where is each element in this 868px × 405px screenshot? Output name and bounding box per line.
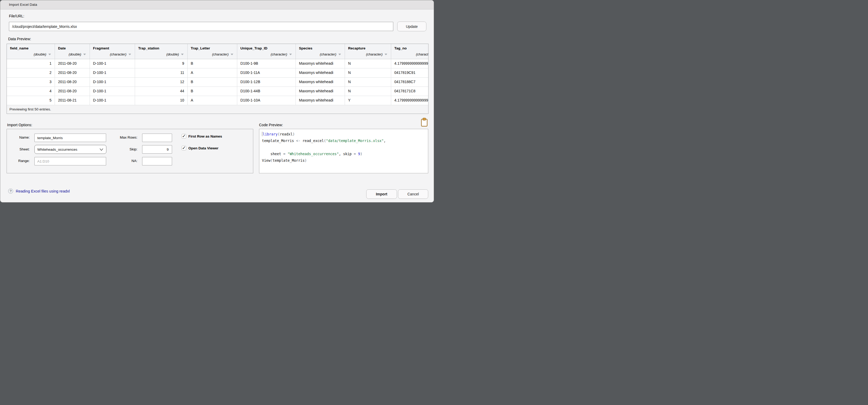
- cell-Trap_Letter: A: [188, 68, 237, 77]
- first-row-as-names-label: First Row as Names: [188, 135, 222, 138]
- cell-Trap_station: 11: [135, 68, 188, 77]
- max-rows-input[interactable]: [142, 134, 172, 142]
- skip-input[interactable]: [142, 145, 172, 153]
- code-line: sheet = "Whiteheads_occurrences", skip =…: [262, 151, 428, 157]
- column-header-Recapture[interactable]: Recapture(character): [345, 44, 391, 59]
- column-type: (character): [212, 52, 228, 56]
- cell-field_name: 3: [7, 78, 55, 87]
- column-name: Fragment: [93, 46, 132, 50]
- range-label: Range:: [11, 159, 30, 163]
- cell-Unique_Trap_ID: D100-1-12B: [237, 78, 296, 87]
- cell-Trap_station: 12: [135, 78, 188, 87]
- code-line: View(template_Morris): [262, 157, 428, 164]
- cell-field_name: 5: [7, 96, 55, 105]
- cell-Tag_no: 4.1799999999999999: [391, 59, 429, 68]
- column-header-Tag_no[interactable]: Tag_no(character): [391, 44, 429, 59]
- column-header-Unique_Trap_ID[interactable]: Unique_Trap_ID(character): [237, 44, 296, 59]
- sort-menu-icon[interactable]: [384, 54, 387, 55]
- na-label: NA:: [114, 159, 137, 163]
- cell-Trap_Letter: B: [188, 78, 237, 87]
- cell-Trap_station: 9: [135, 59, 188, 68]
- update-button[interactable]: Update: [397, 22, 426, 31]
- max-rows-label: Max Rows:: [114, 136, 137, 139]
- copy-code-clipboard-icon[interactable]: [421, 118, 428, 127]
- cell-Date: 2011-08-20: [55, 59, 90, 68]
- cell-Species: Maxomys whiteheadi: [296, 68, 345, 77]
- column-name: Recapture: [348, 46, 388, 50]
- column-name: Species: [299, 46, 342, 50]
- cell-Unique_Trap_ID: D100-1-10A: [237, 96, 296, 105]
- cell-field_name: 4: [7, 87, 55, 96]
- column-type: (character): [416, 52, 429, 56]
- cell-Date: 2011-08-20: [55, 68, 90, 77]
- code-preview: library(readxl)template_Morris <- read_e…: [259, 129, 428, 173]
- open-data-viewer-checkbox[interactable]: ✓: [182, 146, 186, 150]
- cell-Fragment: D-100-1: [90, 59, 135, 68]
- cell-Species: Maxomys whiteheadi: [296, 96, 345, 105]
- column-header-Fragment[interactable]: Fragment(character): [90, 44, 135, 59]
- sort-menu-icon[interactable]: [181, 54, 184, 55]
- cell-Date: 2011-08-21: [55, 96, 90, 105]
- cell-Recapture: Y: [345, 96, 391, 105]
- column-name: Trap_station: [138, 46, 184, 50]
- cell-field_name: 1: [7, 59, 55, 68]
- na-input[interactable]: [142, 157, 172, 166]
- sort-menu-icon[interactable]: [231, 54, 233, 55]
- cell-Fragment: D-100-1: [90, 68, 135, 77]
- column-type: (character): [110, 52, 126, 56]
- column-name: Tag_no: [394, 46, 429, 50]
- sheet-select[interactable]: Whiteheads_occurrences: [34, 145, 106, 154]
- help-link-text: Reading Excel files using readxl: [16, 189, 70, 193]
- sort-menu-icon[interactable]: [289, 54, 292, 55]
- open-data-viewer-label: Open Data Viewer: [188, 146, 219, 150]
- first-row-as-names-option[interactable]: ✓ First Row as Names: [182, 134, 222, 139]
- column-header-Trap_station[interactable]: Trap_station(double): [135, 44, 188, 59]
- cell-Trap_Letter: A: [188, 96, 237, 105]
- cell-Trap_station: 10: [135, 96, 188, 105]
- sort-menu-icon[interactable]: [338, 54, 341, 55]
- column-type: (double): [166, 52, 179, 56]
- sort-menu-icon[interactable]: [83, 54, 86, 55]
- cell-Fragment: D-100-1: [90, 87, 135, 96]
- file-url-input[interactable]: [9, 22, 393, 31]
- column-header-field_name[interactable]: field_name(double): [7, 44, 55, 59]
- cell-Tag_no: 04178188C7: [391, 78, 429, 87]
- skip-label: Skip:: [114, 147, 137, 151]
- table-row: 32011-08-20D-100-112BD100-1-12BMaxomys w…: [7, 78, 428, 87]
- cell-Date: 2011-08-20: [55, 78, 90, 87]
- cell-field_name: 2: [7, 68, 55, 77]
- column-type: (double): [34, 52, 46, 56]
- open-data-viewer-option[interactable]: ✓ Open Data Viewer: [182, 146, 219, 150]
- table-row: 12011-08-20D-100-19BD100-1-9BMaxomys whi…: [7, 59, 428, 68]
- column-header-Species[interactable]: Species(character): [296, 44, 345, 59]
- column-name: Date: [58, 46, 87, 50]
- table-row: 22011-08-20D-100-111AD100-1-11AMaxomys w…: [7, 68, 428, 78]
- table-row: 52011-08-21D-100-110AD100-1-10AMaxomys w…: [7, 96, 428, 105]
- help-icon: ?: [8, 189, 13, 194]
- help-link[interactable]: ? Reading Excel files using readxl: [8, 189, 70, 194]
- code-line: template_Morris <- read_excel("data/temp…: [262, 138, 428, 144]
- cell-Tag_no: 04178171C8: [391, 87, 429, 96]
- cancel-button[interactable]: Cancel: [398, 190, 428, 199]
- column-header-Trap_Letter[interactable]: Trap_Letter(character): [188, 44, 237, 59]
- column-header-Date[interactable]: Date(double): [55, 44, 90, 59]
- sheet-label: Sheet:: [11, 147, 30, 151]
- cell-Tag_no: 4.1799999999999999: [391, 96, 429, 105]
- import-options-label: Import Options:: [7, 123, 32, 127]
- name-input[interactable]: [34, 134, 106, 142]
- import-button[interactable]: Import: [366, 190, 397, 199]
- sort-menu-icon[interactable]: [128, 54, 131, 55]
- cell-Species: Maxomys whiteheadi: [296, 87, 345, 96]
- sort-menu-icon[interactable]: [48, 54, 51, 55]
- column-type: (character): [366, 52, 382, 56]
- cell-Fragment: D-100-1: [90, 96, 135, 105]
- column-type: (character): [271, 52, 287, 56]
- first-row-as-names-checkbox[interactable]: ✓: [182, 134, 186, 139]
- cell-Recapture: N: [345, 78, 391, 87]
- range-input[interactable]: [34, 157, 106, 166]
- table-footer-note: Previewing first 50 entries.: [7, 105, 428, 114]
- cell-Species: Maxomys whiteheadi: [296, 59, 345, 68]
- column-name: Unique_Trap_ID: [240, 46, 292, 50]
- cell-Trap_Letter: B: [188, 87, 237, 96]
- cell-Fragment: D-100-1: [90, 78, 135, 87]
